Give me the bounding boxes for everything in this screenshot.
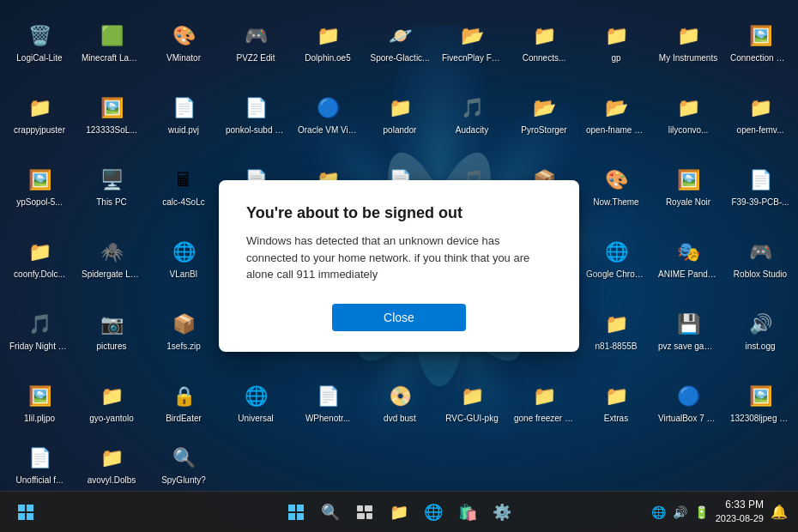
dialog-message: Windows has detected that an unknown dev… <box>246 233 552 283</box>
dialog-close-button[interactable]: Close <box>332 304 466 331</box>
desktop: 🗑️ LogiCal-Lite 🟩 Minecraft Launcher 🎨 V… <box>0 0 798 532</box>
sign-out-dialog: You're about to be signed out Windows ha… <box>219 180 579 352</box>
dialog-overlay: You're about to be signed out Windows ha… <box>0 0 798 532</box>
dialog-title: You're about to be signed out <box>246 204 552 222</box>
dialog-actions: Close <box>246 304 552 331</box>
